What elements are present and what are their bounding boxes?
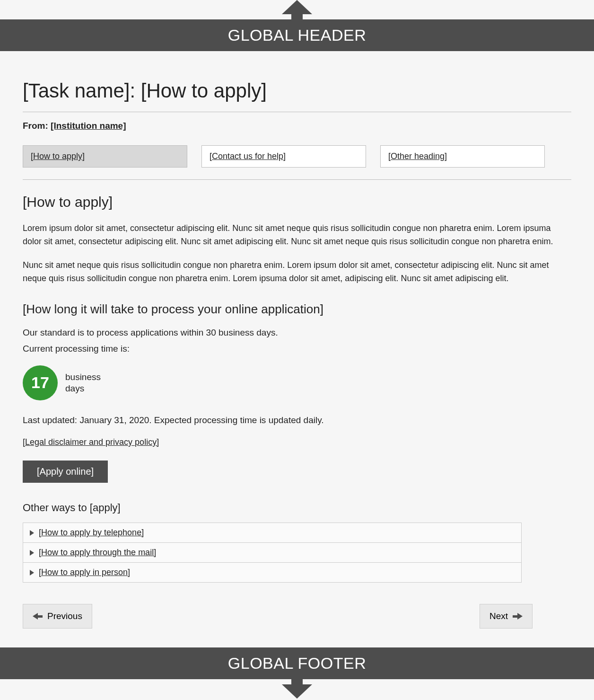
processing-last-updated: Last updated: January 31, 2020. Expected…	[23, 414, 571, 427]
from-line: From: [Institution name]	[23, 121, 571, 131]
processing-days-badge: 17	[23, 365, 58, 400]
accordion-label: [How to apply through the mail]	[39, 548, 156, 558]
sub-nav: [How to apply] [Contact us for help] [Ot…	[23, 145, 571, 168]
global-footer: GLOBAL FOOTER	[0, 647, 594, 679]
apply-online-button[interactable]: [Apply online]	[23, 461, 108, 483]
chevron-right-icon	[30, 530, 34, 536]
processing-standard: Our standard is to process applications …	[23, 326, 571, 340]
arrow-right-icon	[513, 613, 523, 620]
institution-link[interactable]: [Institution name]	[51, 121, 126, 131]
previous-button[interactable]: Previous	[23, 604, 92, 629]
subnav-divider	[23, 179, 571, 180]
accordion-label: [How to apply in person]	[39, 567, 130, 577]
processing-unit-line1: business	[65, 372, 101, 383]
other-ways-heading: Other ways to [apply]	[23, 502, 571, 514]
subnav-item-contact[interactable]: [Contact us for help]	[201, 145, 366, 168]
next-label: Next	[489, 611, 508, 621]
processing-unit: business days	[65, 372, 101, 394]
footer-arrow-icon	[0, 679, 594, 699]
processing-days-value: 17	[31, 373, 49, 392]
accordion-item-in-person[interactable]: [How to apply in person]	[23, 563, 521, 582]
accordion-item-mail[interactable]: [How to apply through the mail]	[23, 543, 521, 563]
pager: Previous Next	[23, 604, 533, 629]
next-button[interactable]: Next	[480, 604, 533, 629]
processing-time-row: 17 business days	[23, 365, 571, 400]
other-ways-accordion: [How to apply by telephone] [How to appl…	[23, 523, 522, 583]
legal-link[interactable]: [Legal disclaimer and privacy policy]	[23, 437, 159, 447]
subnav-item-how-to-apply[interactable]: [How to apply]	[23, 145, 187, 168]
subnav-item-other[interactable]: [Other heading]	[380, 145, 545, 168]
header-arrow-icon	[0, 0, 594, 19]
arrow-left-icon	[33, 613, 43, 620]
processing-heading: [How long it will take to process your o…	[23, 302, 571, 317]
chevron-right-icon	[30, 570, 34, 576]
accordion-item-telephone[interactable]: [How to apply by telephone]	[23, 523, 521, 543]
chevron-right-icon	[30, 550, 34, 556]
page-title: [Task name]: [How to apply]	[23, 80, 571, 102]
section-heading: [How to apply]	[23, 194, 571, 210]
section-para-2: Nunc sit amet neque quis risus sollicitu…	[23, 259, 571, 285]
previous-label: Previous	[47, 611, 82, 621]
processing-unit-line2: days	[65, 383, 101, 394]
title-divider	[23, 112, 571, 112]
global-header: GLOBAL HEADER	[0, 19, 594, 51]
section-para-1: Lorem ipsum dolor sit amet, consectetur …	[23, 222, 571, 248]
global-header-label: GLOBAL HEADER	[228, 26, 366, 44]
from-label: From:	[23, 121, 48, 131]
accordion-label: [How to apply by telephone]	[39, 528, 144, 538]
processing-current-label: Current processing time is:	[23, 342, 571, 356]
global-footer-label: GLOBAL FOOTER	[228, 654, 366, 672]
page-body: [Task name]: [How to apply] From: [Insti…	[0, 51, 594, 647]
